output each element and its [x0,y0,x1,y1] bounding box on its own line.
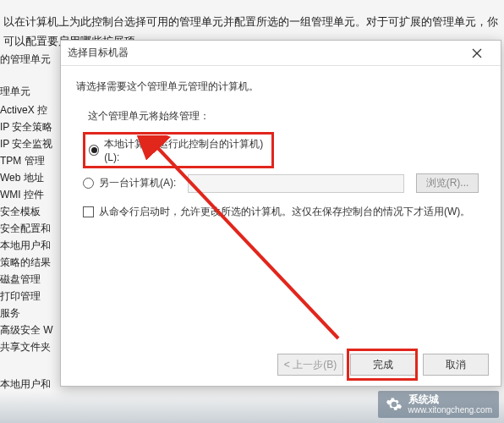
dialog-titlebar: 选择目标机器 [61,41,501,66]
radio-icon [89,145,99,156]
cancel-button[interactable]: 取消 [423,354,489,376]
list-item: WMI 控件 [0,186,63,203]
dialog-subhead: 这个管理单元将始终管理： [88,109,485,124]
background-sidebar: 的管理单元 理单元 ActiveX 控 IP 安全策略 IP 安全监视 TPM … [0,76,63,393]
list-item: 服务 [0,305,63,321]
allow-change-checkbox-row[interactable]: 从命令行启动时，允许更改所选的计算机。这仅在保存控制台的情况下才适用(W)。 [83,205,479,219]
list-item: 安全模板 [0,203,63,220]
dialog-prompt: 请选择需要这个管理单元管理的计算机。 [76,80,485,94]
list-item: 本地用户和 [0,376,63,393]
checkbox-icon [83,206,94,217]
bg-section2: 理单元 [0,83,63,100]
radio-icon [83,178,94,189]
list-item: 打印管理 [0,288,63,305]
list-item: 高级安全 W [0,321,63,338]
list-item: 磁盘管理 [0,271,63,288]
watermark-brand: 系统城 [408,394,493,405]
list-item: TPM 管理 [0,152,63,169]
list-item: ActiveX 控 [0,102,63,118]
close-icon [472,48,482,58]
target-computer-dialog: 选择目标机器 请选择需要这个管理单元管理的计算机。 这个管理单元将始终管理： 本… [60,40,501,387]
radio-local-computer[interactable]: 本地计算机(运行此控制台的计算机)(L): [83,132,274,168]
watermark-url: www.xitongcheng.com [408,405,493,415]
list-item: 本地用户和 [0,237,63,254]
browse-button: 浏览(R)... [416,173,479,193]
radio-local-label: 本地计算机(运行此控制台的计算机)(L): [104,137,268,163]
list-item: IP 安全策略 [0,118,63,135]
gear-icon [385,395,403,414]
list-item: Web 地址 [0,169,63,186]
back-button: < 上一步(B) [277,354,343,376]
dialog-title: 选择目标机器 [68,46,129,60]
checkbox-label: 从命令行启动时，允许更改所选的计算机。这仅在保存控制台的情况下才适用(W)。 [99,205,470,219]
bg-section1: 的管理单元 [0,51,63,68]
close-button[interactable] [460,41,494,65]
list-item: IP 安全监视 [0,135,63,152]
radio-another-computer[interactable]: 另一台计算机(A): [83,176,176,190]
list-item: 安全配置和 [0,220,63,237]
watermark: 系统城 www.xitongcheng.com [378,391,500,418]
list-item: 共享文件夹 [0,338,63,355]
other-computer-input [188,174,404,193]
finish-button[interactable]: 完成 [350,354,416,376]
list-item: 策略的结果 [0,254,63,271]
radio-other-label: 另一台计算机(A): [99,176,176,190]
